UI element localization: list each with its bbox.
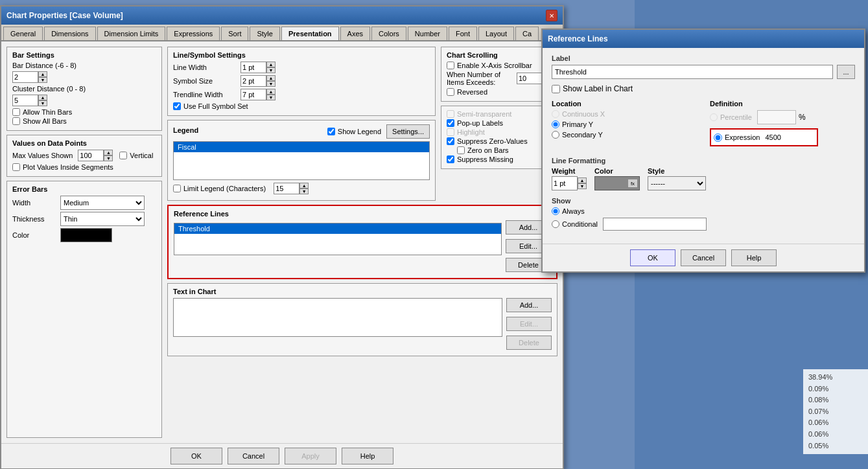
stat-4: 0.06% <box>808 417 863 429</box>
tab-presentation[interactable]: Presentation <box>281 27 339 41</box>
max-values-input[interactable]: 100 <box>78 150 104 161</box>
trendline-width-input[interactable]: 7 pt <box>240 89 266 100</box>
tab-ca[interactable]: Ca <box>515 27 539 40</box>
middle-left: Line/Symbol Settings Line Width 1 pt ▲ ▼ <box>167 47 436 201</box>
legend-item-fiscal[interactable]: Fiscal <box>174 142 429 152</box>
items-exceeds-input[interactable]: 10 <box>517 73 543 84</box>
chart-cancel-button[interactable]: Cancel <box>228 448 279 464</box>
allow-thin-bars-label: Allow Thin Bars <box>23 108 72 116</box>
primary-y-radio[interactable] <box>552 120 559 128</box>
tab-axes[interactable]: Axes <box>340 27 370 40</box>
percentile-input[interactable] <box>757 110 796 124</box>
chart-help-button[interactable]: Help <box>342 448 393 464</box>
tab-number[interactable]: Number <box>408 27 447 40</box>
tab-colors[interactable]: Colors <box>371 27 406 40</box>
secondary-y-radio[interactable] <box>552 131 559 139</box>
zero-on-bars-checkbox[interactable] <box>457 146 465 154</box>
style-select[interactable]: ------ _ _ _ _ .... -.-.- <box>648 176 706 190</box>
tab-style[interactable]: Style <box>250 27 279 40</box>
suppress-zero-checkbox[interactable] <box>447 137 454 145</box>
line-width-input[interactable]: 1 pt <box>240 62 266 73</box>
max-values-spinner[interactable]: 100 ▲ ▼ <box>78 150 113 161</box>
ref-dialog-footer: OK Cancel Help <box>543 244 864 271</box>
tab-dimension-limits[interactable]: Dimension Limits <box>97 27 166 40</box>
reversed-checkbox[interactable] <box>447 88 454 96</box>
use-full-symbol-checkbox[interactable] <box>173 102 181 110</box>
vertical-checkbox[interactable] <box>119 152 127 159</box>
suppress-missing-checkbox[interactable] <box>447 155 454 163</box>
symbol-size-spinner[interactable]: 2 pt ▲ ▼ <box>240 75 276 87</box>
bar-distance-input[interactable]: 2 <box>12 71 38 83</box>
symbol-size-down[interactable]: ▼ <box>266 81 276 87</box>
label-input[interactable]: Threshold <box>552 65 833 79</box>
chart-apply-button[interactable]: Apply <box>285 448 336 464</box>
enable-scrollbar-checkbox[interactable] <box>447 62 454 69</box>
expression-radio[interactable] <box>714 133 722 142</box>
legend-settings-button[interactable]: Settings... <box>386 124 430 139</box>
text-chart-delete-button[interactable]: Delete <box>506 336 552 350</box>
weight-spinner[interactable]: 1 pt ▲ ▼ <box>552 176 587 190</box>
line-symbol-title: Line/Symbol Settings <box>173 51 430 59</box>
chart-ok-button[interactable]: OK <box>170 448 222 464</box>
bar-distance-spinner[interactable]: 2 ▲ ▼ <box>12 71 47 83</box>
weight-up[interactable]: ▲ <box>578 177 587 183</box>
dialog-close-button[interactable]: ✕ <box>546 10 557 21</box>
ref-cancel-button[interactable]: Cancel <box>681 249 726 266</box>
popup-labels-checkbox[interactable] <box>447 119 454 127</box>
tab-sort[interactable]: Sort <box>221 27 248 40</box>
cluster-distance-input[interactable]: 5 <box>12 95 38 106</box>
line-width-down[interactable]: ▼ <box>266 67 276 73</box>
show-label-checkbox[interactable] <box>552 85 560 93</box>
weight-input[interactable]: 1 pt <box>552 176 578 190</box>
symbol-size-up[interactable]: ▲ <box>266 75 276 81</box>
line-color-box[interactable]: fx <box>594 176 640 190</box>
tab-dimensions[interactable]: Dimensions <box>44 27 95 40</box>
max-values-up[interactable]: ▲ <box>104 150 113 155</box>
text-chart-add-button[interactable]: Add... <box>506 298 552 312</box>
ref-lines-item-threshold[interactable]: Threshold <box>174 223 501 234</box>
dialog-titlebar: Chart Properties [Case Volume] ✕ <box>1 6 563 25</box>
allow-thin-bars-checkbox[interactable] <box>12 108 20 116</box>
tab-layout[interactable]: Layout <box>478 27 514 40</box>
text-chart-edit-button[interactable]: Edit... <box>506 317 552 331</box>
highlight-row: Highlight <box>447 128 552 136</box>
cluster-down[interactable]: ▼ <box>38 100 47 106</box>
bar-distance-down[interactable]: ▼ <box>38 77 47 83</box>
conditional-input[interactable] <box>603 218 707 231</box>
line-width-spinner[interactable]: 1 pt ▲ ▼ <box>240 62 276 73</box>
line-width-up[interactable]: ▲ <box>266 62 276 67</box>
bar-distance-up[interactable]: ▲ <box>38 71 47 77</box>
symbol-size-input[interactable]: 2 pt <box>240 75 266 87</box>
cluster-up[interactable]: ▲ <box>38 95 47 100</box>
stat-6: 0.05% <box>808 440 863 452</box>
ref-lines-list: Threshold <box>174 223 502 255</box>
limit-legend-spinner[interactable]: 15 ▲ ▼ <box>274 183 309 194</box>
limit-legend-down[interactable]: ▼ <box>299 189 309 194</box>
trendline-up[interactable]: ▲ <box>266 89 276 95</box>
show-legend-checkbox[interactable] <box>327 128 335 135</box>
ref-help-button[interactable]: Help <box>731 249 777 266</box>
max-values-down[interactable]: ▼ <box>104 155 113 161</box>
trendline-width-spinner[interactable]: 7 pt ▲ ▼ <box>240 89 276 100</box>
trendline-down[interactable]: ▼ <box>266 95 276 100</box>
expression-input[interactable]: 4500 <box>762 131 814 144</box>
plot-values-checkbox[interactable] <box>12 163 20 171</box>
thickness-select[interactable]: Thin Medium Thick <box>60 212 145 226</box>
always-radio[interactable] <box>552 207 559 215</box>
label-browse-button[interactable]: ... <box>837 65 855 79</box>
color-swatch[interactable] <box>60 228 112 242</box>
cluster-distance-spin-btns: ▲ ▼ <box>38 95 47 106</box>
cluster-distance-spinner[interactable]: 5 ▲ ▼ <box>12 95 47 106</box>
fx-button[interactable]: fx <box>628 179 638 188</box>
tab-expressions[interactable]: Expressions <box>167 27 220 40</box>
weight-down[interactable]: ▼ <box>578 183 587 189</box>
limit-legend-checkbox[interactable] <box>173 185 181 192</box>
tab-font[interactable]: Font <box>449 27 477 40</box>
tab-general[interactable]: General <box>3 27 43 40</box>
limit-legend-up[interactable]: ▲ <box>299 183 309 189</box>
width-select[interactable]: Medium Narrow Wide <box>60 196 145 210</box>
limit-legend-input[interactable]: 15 <box>274 183 299 194</box>
ref-ok-button[interactable]: OK <box>630 249 675 266</box>
conditional-radio[interactable] <box>552 220 559 228</box>
show-all-bars-checkbox[interactable] <box>12 117 20 125</box>
